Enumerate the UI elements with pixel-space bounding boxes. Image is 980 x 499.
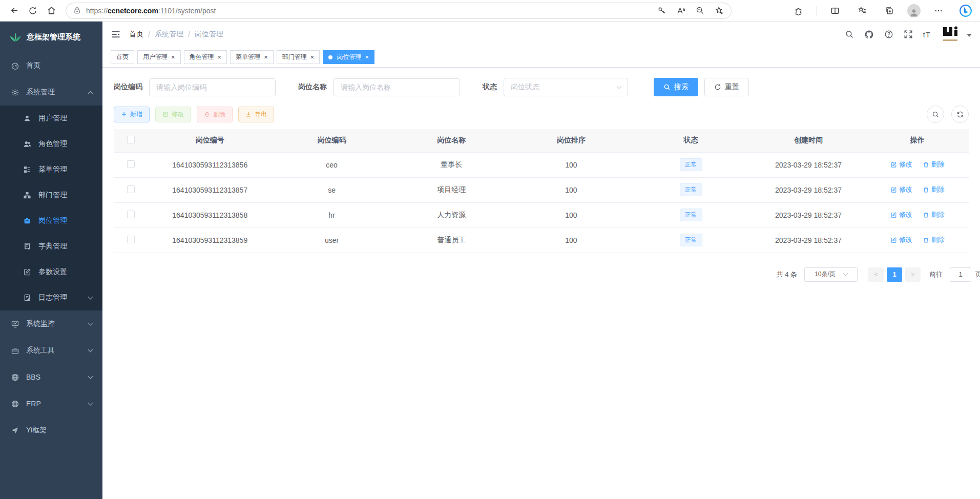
plus-icon	[121, 111, 127, 117]
header-search-icon[interactable]	[845, 30, 854, 39]
row-delete-link[interactable]: 删除	[923, 160, 945, 169]
sidebar-item-menu-mgmt[interactable]: 菜单管理	[0, 157, 102, 182]
reset-button[interactable]: 重置	[704, 78, 749, 96]
status-badge: 正常	[680, 183, 702, 196]
sidebar-item-home[interactable]: 首页	[0, 52, 102, 79]
collections-icon[interactable]	[853, 2, 871, 19]
refresh-table-button[interactable]	[951, 106, 969, 123]
favorite-add-icon[interactable]	[715, 6, 724, 15]
toggle-search-button[interactable]	[927, 106, 944, 123]
row-edit-link[interactable]: 修改	[890, 235, 912, 244]
cell-created: 2023-03-29 18:52:37	[750, 202, 866, 227]
table-row[interactable]: 1641030593112313857 se 项目经理 100 正常 2023-…	[114, 177, 969, 202]
lock-icon[interactable]	[73, 7, 81, 14]
split-screen-icon[interactable]	[826, 2, 844, 19]
row-checkbox[interactable]	[127, 160, 135, 168]
tab-home[interactable]: 首页	[111, 50, 134, 64]
table-row[interactable]: 1641030593112313859 user 普通员工 100 正常 202…	[114, 227, 969, 253]
close-icon[interactable]: ×	[171, 54, 175, 60]
font-size-icon[interactable]: tT	[923, 30, 931, 39]
home-icon[interactable]	[42, 2, 60, 19]
table-row[interactable]: 1641030593112313856 ceo 董事长 100 正常 2023-…	[114, 152, 969, 177]
row-checkbox[interactable]	[127, 185, 135, 193]
browser-toolbar: https://ccnetcore.com:1101/system/post	[0, 0, 980, 22]
user-avatar-menu[interactable]	[941, 24, 972, 45]
fullscreen-icon[interactable]	[904, 30, 913, 39]
back-icon[interactable]	[5, 2, 24, 19]
breadcrumb-system[interactable]: 系统管理	[155, 30, 183, 39]
next-page-button[interactable]: >	[905, 267, 921, 282]
tab-menu-mgmt[interactable]: 菜单管理×	[230, 50, 274, 64]
row-checkbox[interactable]	[127, 236, 135, 243]
sidebar-item-tools[interactable]: 系统工具	[0, 337, 102, 364]
row-delete-link[interactable]: 删除	[923, 235, 945, 244]
chevron-up-icon	[88, 91, 93, 96]
goto-unit: 页	[975, 270, 980, 279]
sidebar-item-dict-mgmt[interactable]: 字典管理	[0, 234, 102, 259]
more-icon[interactable]	[929, 2, 948, 19]
table-row[interactable]: 1641030593112313858 hr 人力资源 100 正常 2023-…	[114, 202, 969, 227]
post-name-input[interactable]	[333, 78, 460, 96]
page-1-button[interactable]: 1	[887, 267, 902, 282]
sidebar-item-monitor[interactable]: 系统监控	[0, 310, 102, 337]
sidebar-item-erp[interactable]: ERP	[0, 390, 102, 417]
extensions-icon[interactable]	[789, 2, 808, 19]
bing-chat-icon[interactable]	[956, 2, 975, 19]
cell-created: 2023-03-29 18:52:37	[750, 152, 866, 177]
row-delete-link[interactable]: 删除	[923, 210, 945, 219]
cell-post-id: 1641030593112313858	[148, 202, 272, 227]
github-icon[interactable]	[864, 30, 874, 39]
page-size-select[interactable]: 10条/页	[804, 267, 858, 282]
read-aloud-icon[interactable]	[676, 6, 685, 15]
tab-post-mgmt[interactable]: 岗位管理×	[323, 50, 374, 64]
help-icon[interactable]	[884, 30, 893, 39]
status-select[interactable]: 岗位状态	[504, 78, 628, 96]
tab-dept-mgmt[interactable]: 部门管理×	[277, 50, 320, 64]
tab-duplicate-icon[interactable]	[880, 2, 899, 19]
sidebar-item-role-mgmt[interactable]: 角色管理	[0, 131, 102, 157]
search-button[interactable]: 搜索	[654, 78, 698, 96]
sidebar-item-param-settings[interactable]: 参数设置	[0, 259, 102, 285]
row-edit-link[interactable]: 修改	[890, 160, 912, 169]
row-edit-link[interactable]: 修改	[890, 210, 912, 219]
goto-page-input[interactable]	[950, 267, 971, 282]
edit-button[interactable]: 修改	[155, 107, 191, 122]
row-delete-link[interactable]: 删除	[923, 185, 945, 194]
log-doc-icon	[23, 294, 32, 302]
prev-page-button[interactable]: <	[868, 267, 884, 282]
app-logo[interactable]: 意框架管理系统	[0, 22, 102, 52]
refresh-icon[interactable]	[24, 2, 42, 19]
paper-plane-icon	[10, 426, 19, 434]
sidebar-item-user-mgmt[interactable]: 用户管理	[0, 106, 102, 131]
sidebar-item-system[interactable]: 系统管理	[0, 79, 102, 106]
breadcrumb-separator: /	[188, 30, 190, 38]
globe-icon	[10, 400, 19, 408]
sidebar-item-post-mgmt[interactable]: 岗位管理	[0, 208, 102, 234]
sidebar-item-label: 字典管理	[38, 242, 67, 251]
url-text[interactable]: https://ccnetcore.com:1101/system/post	[86, 7, 216, 15]
sidebar-item-label: 参数设置	[38, 267, 67, 277]
profile-avatar[interactable]	[907, 4, 921, 17]
sidebar-collapse-icon[interactable]	[111, 29, 121, 39]
row-checkbox[interactable]	[127, 211, 135, 218]
tab-user-mgmt[interactable]: 用户管理×	[137, 50, 181, 64]
tab-role-mgmt[interactable]: 角色管理×	[184, 50, 227, 64]
zoom-out-icon[interactable]	[696, 6, 704, 15]
sidebar-item-dept-mgmt[interactable]: 部门管理	[0, 182, 102, 208]
close-icon[interactable]: ×	[310, 54, 315, 60]
sidebar-item-yi-framework[interactable]: Yi框架	[0, 417, 102, 444]
address-bar[interactable]: https://ccnetcore.com:1101/system/post	[66, 3, 732, 19]
delete-button[interactable]: 删除	[197, 107, 233, 122]
row-edit-link[interactable]: 修改	[890, 185, 912, 194]
key-icon[interactable]	[657, 6, 666, 15]
close-icon[interactable]: ×	[218, 54, 222, 60]
close-icon[interactable]: ×	[365, 54, 369, 60]
close-icon[interactable]: ×	[264, 54, 268, 60]
select-all-checkbox[interactable]	[127, 136, 135, 143]
sidebar-item-log-mgmt[interactable]: 日志管理	[0, 285, 102, 310]
add-button[interactable]: 新增	[114, 107, 150, 122]
post-code-input[interactable]	[149, 78, 276, 96]
sidebar-item-bbs[interactable]: BBS	[0, 364, 102, 390]
export-button[interactable]: 导出	[238, 107, 274, 122]
breadcrumb-home[interactable]: 首页	[129, 30, 143, 39]
